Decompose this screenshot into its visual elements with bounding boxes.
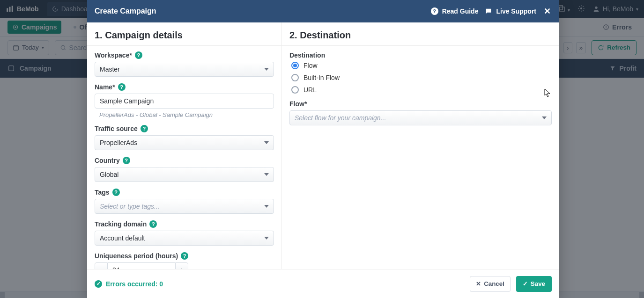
chevron-down-icon [264,205,269,208]
radio-builtin-flow[interactable]: Built-In Flow [291,74,552,81]
uniqueness-stepper[interactable]: − 24 + [95,262,188,269]
tags-placeholder: Select or type tags... [100,203,264,210]
errors-indicator: ✓ Errors occurred: 0 [95,280,163,288]
destination-group: Destination Flow Built-In Flow [289,51,552,94]
name-label: Name* [95,83,115,91]
section2-title: 2. Destination [282,22,559,46]
tracking-group: Tracking domain ? Account default [95,220,274,246]
flow-placeholder: Select flow for your campaign... [295,114,542,122]
errors-text: Errors occurred: 0 [106,280,163,288]
country-select[interactable]: Global [95,167,274,182]
help-icon[interactable]: ? [181,252,188,260]
question-icon: ? [431,7,438,15]
destination-group-label: Destination [289,51,325,59]
flow-select[interactable]: Select flow for your campaign... [289,110,552,125]
help-icon[interactable]: ? [135,51,142,59]
name-group: Name* ? Sample Campaign PropellerAds - G… [95,83,274,118]
check-icon: ✓ [523,280,528,287]
modal-footer: ✓ Errors occurred: 0 ✕ Cancel ✓ Save [87,269,559,298]
traffic-select[interactable]: PropellerAds [95,135,274,150]
country-group: Country ? Global [95,157,274,182]
details-scroll[interactable]: Workspace* ? Master Name* ? Sampl [87,46,281,269]
cancel-label: Cancel [484,280,504,287]
destination-panel: 2. Destination Destination Flow Built-In… [282,22,559,269]
read-guide-link[interactable]: ? Read Guide [431,7,479,15]
flow-select-group: Flow* Select flow for your campaign... [289,100,552,125]
radio-url[interactable]: URL [291,86,552,94]
tracking-label: Tracking domain [95,220,147,228]
chevron-down-icon [264,68,269,71]
modal-header: Create Campaign ? Read Guide Live Suppor… [87,0,559,22]
campaign-details-panel: 1. Campaign details Workspace* ? Master [87,22,282,269]
tags-label: Tags [95,189,110,196]
chevron-down-icon [264,141,269,144]
name-value: Sample Campaign [100,97,154,105]
country-value: Global [100,171,264,178]
name-input[interactable]: Sample Campaign [95,94,274,109]
help-icon[interactable]: ? [112,189,120,196]
live-support-link[interactable]: Live Support [485,7,536,15]
uniqueness-group: Uniqueness period (hours) ? − 24 + [95,252,274,269]
help-icon[interactable]: ? [123,157,130,164]
modal-title: Create Campaign [95,7,156,15]
chevron-down-icon [542,116,547,119]
workspace-select[interactable]: Master [95,62,274,77]
live-support-label: Live Support [496,7,536,15]
destination-scroll: Destination Flow Built-In Flow [282,46,559,269]
chat-icon [485,7,492,15]
workspace-group: Workspace* ? Master [95,51,274,77]
workspace-value: Master [100,65,264,73]
help-icon[interactable]: ? [141,125,148,132]
radio-icon [291,86,299,94]
flow-label: Flow* [289,100,307,108]
uniqueness-value[interactable]: 24 [108,262,175,269]
stepper-minus-button[interactable]: − [95,262,108,269]
create-campaign-modal: Create Campaign ? Read Guide Live Suppor… [87,0,559,298]
tags-input[interactable]: Select or type tags... [95,199,274,214]
workspace-label: Workspace* [95,51,132,59]
radio-builtin-label: Built-In Flow [303,74,340,81]
tracking-value: Account default [100,234,264,242]
country-label: Country [95,157,120,164]
name-hint: PropellerAds - Global - Sample Campaign [99,111,274,118]
help-icon[interactable]: ? [149,220,157,228]
radio-icon [291,74,299,81]
radio-icon [291,62,299,69]
close-button[interactable]: ✕ [543,4,552,18]
stepper-plus-button[interactable]: + [175,262,188,269]
tags-group: Tags ? Select or type tags... [95,189,274,214]
radio-flow[interactable]: Flow [291,62,552,69]
traffic-group: Traffic source ? PropellerAds [95,125,274,150]
save-button[interactable]: ✓ Save [516,276,552,292]
traffic-label: Traffic source [95,125,138,132]
chevron-down-icon [264,173,269,176]
traffic-value: PropellerAds [100,139,264,146]
cancel-button[interactable]: ✕ Cancel [470,276,511,292]
close-icon: ✕ [476,280,481,287]
uniqueness-label: Uniqueness period (hours) [95,252,178,260]
tracking-select[interactable]: Account default [95,231,274,246]
modal-body: 1. Campaign details Workspace* ? Master [87,22,559,269]
help-icon[interactable]: ? [118,83,126,91]
radio-url-label: URL [303,86,317,94]
read-guide-label: Read Guide [442,7,479,15]
chevron-down-icon [264,237,269,240]
check-icon: ✓ [95,280,102,288]
radio-flow-label: Flow [303,62,318,69]
section1-title: 1. Campaign details [87,22,281,46]
save-label: Save [531,280,545,287]
